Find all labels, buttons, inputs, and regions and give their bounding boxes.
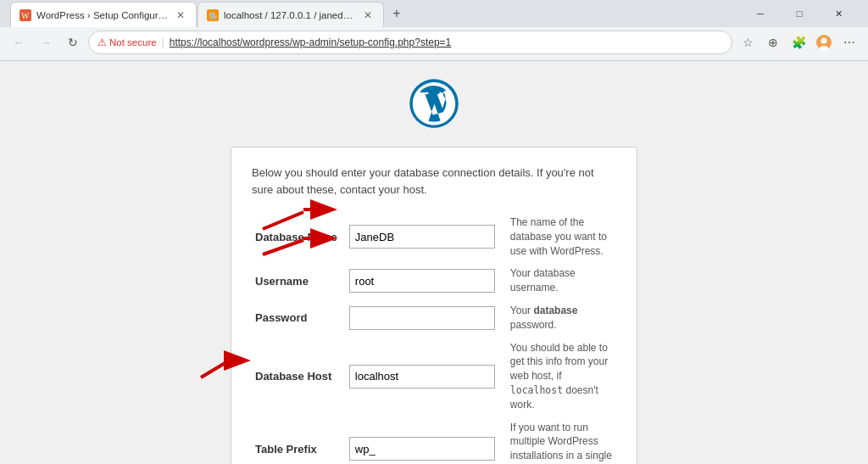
not-secure-indicator: ⚠ Not secure bbox=[97, 36, 157, 48]
tab-title-db: localhost / 127.0.0.1 / janedb | p bbox=[224, 10, 356, 20]
address-bar-row: ← → ↻ ⚠ Not secure | https://localhost/w… bbox=[0, 27, 868, 58]
input-cell-db-name bbox=[346, 211, 498, 262]
tab-wordpress-setup[interactable]: W WordPress › Setup Configuratio ✕ bbox=[10, 2, 197, 27]
svg-point-6 bbox=[820, 46, 829, 51]
reading-list-icon[interactable]: ⊕ bbox=[761, 31, 785, 54]
not-secure-label: Not secure bbox=[109, 37, 157, 48]
tab-favicon-wp: W bbox=[19, 9, 31, 21]
back-button[interactable]: ← bbox=[7, 31, 31, 54]
address-bar[interactable]: ⚠ Not secure | https://localhost/wordpre… bbox=[88, 31, 732, 54]
label-password: Password bbox=[252, 299, 346, 337]
db-name-input[interactable] bbox=[349, 225, 495, 249]
help-db-host: You should be able to get this info from… bbox=[498, 337, 616, 416]
field-row-table-prefix: Table Prefix If you want to run multiple… bbox=[252, 416, 616, 464]
warning-icon: ⚠ bbox=[97, 36, 107, 48]
page-content: Below you should enter your database con… bbox=[0, 61, 868, 464]
input-cell-table-prefix bbox=[346, 416, 498, 464]
table-prefix-input[interactable] bbox=[349, 437, 495, 461]
bookmark-star-icon[interactable]: ☆ bbox=[736, 31, 760, 54]
title-bar: W WordPress › Setup Configuratio ✕ 🐘 loc… bbox=[0, 0, 868, 27]
label-table-prefix: Table Prefix bbox=[252, 416, 346, 464]
input-cell-password bbox=[346, 299, 498, 337]
close-button[interactable]: ✕ bbox=[819, 0, 858, 27]
new-tab-button[interactable]: + bbox=[385, 2, 409, 25]
window-controls: ─ □ ✕ bbox=[741, 0, 858, 27]
input-cell-username bbox=[346, 262, 498, 299]
maximize-button[interactable]: □ bbox=[780, 0, 819, 27]
tab-close-db[interactable]: ✕ bbox=[361, 8, 375, 22]
field-row-db-name: Database Name The name of the database y… bbox=[252, 211, 616, 262]
password-input[interactable] bbox=[349, 306, 495, 330]
label-username: Username bbox=[252, 262, 346, 299]
help-db-name: The name of the database you want to use… bbox=[498, 211, 616, 262]
tab-close-wp[interactable]: ✕ bbox=[174, 8, 187, 22]
browser-chrome: W WordPress › Setup Configuratio ✕ 🐘 loc… bbox=[0, 0, 868, 61]
input-cell-db-host bbox=[346, 337, 498, 416]
forward-button[interactable]: → bbox=[34, 31, 58, 54]
address-url-underline: https://localhost/wordpress/wp-admin/set… bbox=[170, 36, 452, 48]
form-table: Database Name The name of the database y… bbox=[252, 211, 616, 464]
svg-point-5 bbox=[821, 38, 827, 44]
extensions-icon[interactable]: 🧩 bbox=[787, 31, 810, 54]
field-row-password: Password Your database password. bbox=[252, 299, 616, 337]
help-password: Your database password. bbox=[498, 299, 616, 337]
minimize-button[interactable]: ─ bbox=[741, 0, 780, 27]
db-host-input[interactable] bbox=[349, 365, 495, 389]
setup-intro: Below you should enter your database con… bbox=[252, 165, 616, 198]
tab-title-wp: WordPress › Setup Configuratio bbox=[36, 10, 169, 20]
username-input[interactable] bbox=[349, 269, 495, 293]
label-db-host: Database Host bbox=[252, 337, 346, 416]
wp-logo bbox=[409, 78, 459, 147]
label-db-name: Database Name bbox=[252, 211, 346, 262]
tab-phpmyadmin[interactable]: 🐘 localhost / 127.0.0.1 / janedb | p ✕ bbox=[198, 2, 384, 27]
more-button[interactable]: ⋯ bbox=[837, 31, 861, 54]
svg-text:W: W bbox=[21, 11, 30, 20]
setup-box: Below you should enter your database con… bbox=[231, 147, 637, 464]
tab-favicon-db: 🐘 bbox=[207, 9, 219, 21]
tab-bar: W WordPress › Setup Configuratio ✕ 🐘 loc… bbox=[7, 0, 409, 27]
address-url: https://localhost/wordpress/wp-admin/set… bbox=[170, 36, 452, 48]
toolbar-icons: ☆ ⊕ 🧩 ⋯ bbox=[736, 31, 861, 54]
refresh-button[interactable]: ↻ bbox=[61, 31, 85, 54]
field-row-db-host: Database Host You should be able to get … bbox=[252, 337, 616, 416]
svg-text:🐘: 🐘 bbox=[209, 11, 219, 21]
help-table-prefix: If you want to run multiple WordPress in… bbox=[498, 416, 616, 464]
help-username: Your database username. bbox=[498, 262, 616, 299]
profile-icon[interactable] bbox=[812, 31, 836, 54]
field-row-username: Username Your database username. bbox=[252, 262, 616, 299]
address-separator: | bbox=[162, 36, 164, 48]
